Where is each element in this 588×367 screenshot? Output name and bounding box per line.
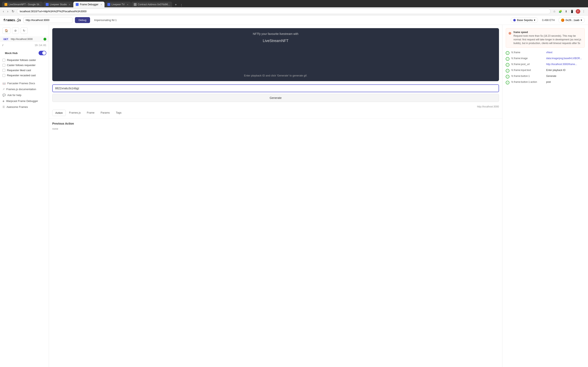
tab-favicon-4: [107, 3, 110, 6]
tab-frame[interactable]: Frame: [84, 110, 97, 116]
checkbox-caster-follows[interactable]: Caster follows requester: [0, 63, 49, 68]
wallet-badge[interactable]: 0x26...1aab ▾: [558, 17, 585, 23]
back-button[interactable]: ‹: [2, 9, 5, 14]
debug-button[interactable]: Debug: [75, 17, 90, 23]
new-tab-button[interactable]: +: [173, 2, 178, 7]
sidebar-link-ask-help[interactable]: 💬 Ask for help: [0, 92, 49, 98]
tab-close-4[interactable]: ✕: [127, 3, 129, 6]
meta-row-image: fc:frame:image data:image/png;base64,iVB…: [506, 57, 585, 61]
refresh-button[interactable]: ↻: [21, 27, 27, 34]
mock-hub-toggle[interactable]: [39, 51, 46, 55]
meta-value-4: Enter playback ID: [546, 69, 566, 72]
tab-label-5: Contract Address 0x076d96...: [138, 3, 170, 6]
menu-button[interactable]: ⋮: [581, 9, 586, 14]
sidebar-link-framesjs-docs[interactable]: ↗ Frames.js documentation: [0, 86, 49, 92]
extension-button[interactable]: 🧩: [558, 9, 563, 14]
frame-title: NFTfy your favourite livestream with: [253, 32, 298, 35]
request-url: http://localhost:3000: [11, 38, 42, 41]
tab-tags[interactable]: Tags: [113, 110, 124, 116]
tab-expand-button[interactable]: ⋮: [179, 3, 183, 7]
right-panel: ⊗ frame speed Request took more than 5s …: [502, 25, 588, 367]
link-label-4: Warpcast Frame Debugger: [6, 100, 38, 103]
tab-label-1: LiveStreamNFT - Google Sli...: [9, 3, 41, 6]
reload-button[interactable]: ↻: [11, 8, 15, 14]
tab-livepeer-tv[interactable]: Livepeer TV ✕: [105, 2, 131, 7]
link-label-5: Awesome Frames: [7, 105, 28, 108]
checkbox-icon-1: [2, 59, 5, 62]
checkbox-icon-4: [2, 74, 5, 77]
meta-key-1: fc:frame: [511, 51, 544, 54]
tab-params[interactable]: Params: [98, 110, 113, 116]
warning-icon: ⊗: [508, 31, 511, 35]
tab-row: Action Frames.js Frame Params Tags: [49, 110, 502, 119]
network-badge[interactable]: Base Sepolia ▾: [511, 17, 538, 23]
url-input[interactable]: [24, 17, 72, 23]
tab-livepeer-studio[interactable]: Livepeer Studio ✕: [43, 2, 73, 7]
tab-close-3[interactable]: ✕: [100, 3, 102, 6]
warning-content: frame speed Request took more than 5s (1…: [513, 31, 582, 45]
checkbox-label-1: Requester follows caster: [7, 58, 36, 62]
tab-content-action: Previous Action none: [49, 119, 502, 133]
wallet-avatar: [561, 18, 564, 22]
meta-row-button1-action: fc:frame:button:1:action post: [506, 81, 585, 84]
tab-frame-debugger[interactable]: Frame Debugger ✕: [73, 2, 104, 7]
sidebar-top-actions: 🏠 ⊘ ↻: [0, 27, 49, 36]
warning-text: Request took more than 5s (18.23 seconds…: [513, 34, 582, 45]
tab-bar: LiveStreamNFT - Google Sli... ✕ Livepeer…: [2, 2, 586, 7]
network-label: Base Sepolia: [517, 18, 533, 22]
tab-contract[interactable]: Contract Address 0x076d96... ✕: [131, 2, 172, 7]
cancel-button[interactable]: ⊘: [12, 27, 19, 34]
link-label-1: Farcaster Frames Docs: [7, 82, 35, 85]
tab-label-3: Frame Debugger: [80, 3, 98, 6]
previous-action-header: Previous Action: [52, 122, 499, 125]
main-content: 🏠 ⊘ ↻ GET http://localhost:3000 / 19:14:…: [0, 25, 588, 367]
toggle-knob: [42, 51, 46, 55]
meta-value-2: data:image/png;base64,iVBOR...: [546, 57, 582, 60]
meta-row-button1: fc:frame:button:1 Generate: [506, 75, 585, 78]
meta-key-3: fc:frame:post_url: [511, 63, 544, 66]
checkbox-label-4: Requester recasted cast: [7, 74, 36, 77]
mock-hub-row: Mock Hub: [0, 49, 49, 58]
checkbox-icon-3: [2, 69, 5, 72]
path-time: 19:14:01: [35, 44, 46, 47]
home-button[interactable]: 🏠: [2, 27, 10, 34]
checkbox-label-3: Requester liked cast: [7, 69, 31, 72]
sidebar-link-farcaster-docs[interactable]: 📖 Farcaster Frames Docs: [0, 80, 49, 86]
meta-key-4: fc:frame:input:text: [511, 69, 544, 72]
checkbox-requester-follows[interactable]: Requester follows caster: [0, 58, 49, 63]
bookmark-button[interactable]: ☆: [552, 9, 557, 14]
network-dot: [513, 19, 516, 21]
address-input[interactable]: [17, 8, 551, 14]
tab-framesjs[interactable]: Frames.js: [66, 110, 84, 116]
download-button[interactable]: ⬇: [564, 9, 568, 14]
network-chevron: ▾: [534, 18, 535, 22]
warning-row: ⊗ frame speed Request took more than 5s …: [506, 28, 585, 48]
forward-button[interactable]: ›: [6, 9, 9, 14]
link-label-3: Ask for help: [7, 94, 21, 97]
meta-key-6: fc:frame:button:1:action: [511, 81, 544, 83]
device-button[interactable]: 📱: [570, 9, 575, 14]
sidebar-link-awesome-frames[interactable]: ☰ Awesome Frames: [0, 104, 49, 110]
request-status-indicator: [43, 38, 46, 41]
checkbox-label-2: Caster follows requester: [7, 64, 35, 67]
checkbox-requester-liked[interactable]: Requester liked cast: [0, 68, 49, 73]
status-icon-2: [506, 57, 509, 61]
meta-value-1: vNext: [546, 51, 553, 54]
browser-chrome: LiveStreamNFT - Google Sli... ✕ Livepeer…: [0, 0, 588, 7]
tab-livestreamnft[interactable]: LiveStreamNFT - Google Sli... ✕: [2, 2, 43, 7]
generate-button[interactable]: Generate: [52, 94, 499, 102]
checkbox-requester-recasted[interactable]: Requester recasted cast: [0, 73, 49, 78]
diamond-icon: ◈: [2, 100, 4, 103]
tab-close-2[interactable]: ✕: [69, 3, 70, 6]
profile-button[interactable]: P: [576, 9, 580, 14]
tab-action[interactable]: Action: [52, 110, 66, 116]
app: frames.js Debug Impersonating fid 1 Base…: [0, 16, 588, 367]
meta-value-3: http://localhost:3000/frame...: [546, 63, 577, 66]
tab-label-2: Livepeer Studio: [50, 3, 67, 6]
previous-action-value: none: [52, 127, 499, 130]
tab-label-4: Livepeer TV: [112, 3, 125, 6]
sidebar-link-warpcast[interactable]: ◈ Warpcast Frame Debugger: [0, 98, 49, 104]
playback-id-input[interactable]: [52, 84, 499, 92]
status-icon-3: [506, 63, 509, 67]
frame-name: LiveStreamNFT: [253, 39, 298, 43]
